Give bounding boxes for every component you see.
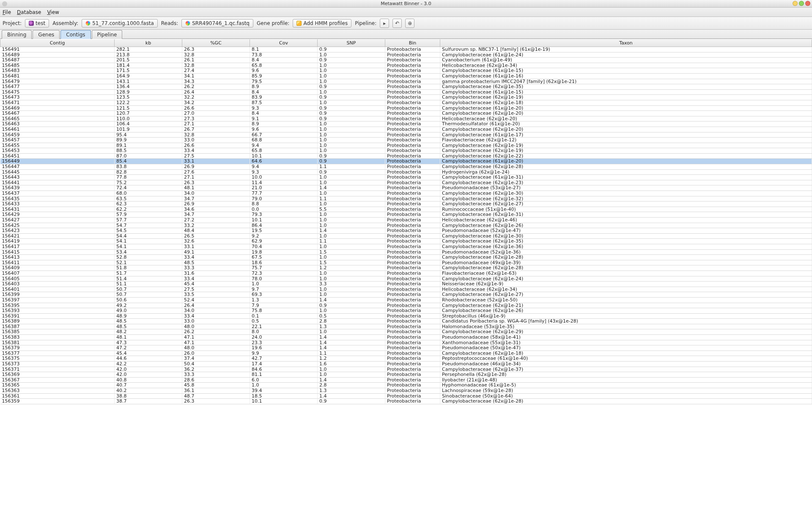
table-row[interactable]: 15636740.828.66.01.4ProteobacteriaIlyoba… — [0, 377, 812, 383]
table-row[interactable]: 15645995.432.866.71.0ProteobacteriaCampy… — [0, 132, 812, 138]
cell-c: 156359 — [0, 399, 115, 404]
table-row[interactable]: 15639750.652.41.31.4ProteobacteriaRhodob… — [0, 297, 812, 303]
table-row[interactable]: 156465110.027.39.10.9ProteobacteriaHelic… — [0, 116, 812, 121]
table-row[interactable]: 15636138.848.718.51.4ProteobacteriaSinob… — [0, 393, 812, 399]
table-row[interactable]: 15637544.637.442.71.2ProteobacteriaPepto… — [0, 356, 812, 362]
tab-binning[interactable]: Binning — [2, 30, 32, 39]
cell-kb: 62.2 — [115, 207, 182, 212]
table-row[interactable]: 15643768.034.077.71.0ProteobacteriaCampy… — [0, 191, 812, 196]
table-row[interactable]: 15644582.827.69.30.9ProteobacteriaHydrog… — [0, 169, 812, 175]
table-row[interactable]: 15642154.426.59.21.0ProteobacteriaCampyl… — [0, 233, 812, 239]
table-row[interactable]: 15640150.727.59.71.0ProteobacteriaHelico… — [0, 287, 812, 292]
table-row[interactable]: 15641754.133.170.41.0ProteobacteriaCampy… — [0, 244, 812, 249]
table-row[interactable]: 156491282.126.38.10.9ProteobacteriaSulfu… — [0, 47, 812, 52]
table-row[interactable]: 156481164.934.185.91.0ProteobacteriaCamp… — [0, 73, 812, 79]
pipeline-add-button[interactable]: ⊕ — [405, 19, 414, 28]
menu-view[interactable]: View — [47, 9, 59, 15]
table-row[interactable]: 15636340.236.139.41.3ProteobacteriaLachn… — [0, 388, 812, 394]
table-row[interactable]: 15642957.934.779.31.0ProteobacteriaCampy… — [0, 212, 812, 218]
table-row[interactable]: 156473123.532.283.90.9ProteobacteriaCamp… — [0, 95, 812, 100]
table-row[interactable]: 15640351.145.41.03.3ProteobacteriaNeisse… — [0, 282, 812, 287]
col-gc[interactable]: %GC — [182, 39, 250, 47]
pipeline-run-button[interactable]: ▸ — [380, 19, 389, 28]
table-row[interactable]: 15640751.731.672.31.0ProteobacteriaFlavo… — [0, 271, 812, 276]
table-row[interactable]: 15637142.036.284.61.0ProteobacteriaCampy… — [0, 367, 812, 372]
cell-bin: Proteobacteria — [385, 89, 440, 95]
col-snp[interactable]: SNP — [318, 39, 385, 47]
table-row[interactable]: 15635938.726.310.10.9ProteobacteriaCampy… — [0, 399, 812, 404]
table-row[interactable]: 15644783.826.99.41.1ProteobacteriaCampyl… — [0, 164, 812, 170]
table-row[interactable]: 15637745.426.09.91.1ProteobacteriaCampyl… — [0, 351, 812, 356]
tab-contigs[interactable]: Contigs — [60, 30, 91, 39]
table-row[interactable]: 15640951.833.375.71.2ProteobacteriaCampy… — [0, 265, 812, 271]
table-row[interactable]: 15645187.027.510.10.9ProteobacteriaCampy… — [0, 153, 812, 159]
table-row[interactable]: 156477136.426.28.90.9ProteobacteriaCampy… — [0, 84, 812, 90]
tab-pipeline[interactable]: Pipeline — [92, 30, 123, 39]
table-row[interactable]: 15643162.234.60.05.5ProteobacteriaRumino… — [0, 207, 812, 212]
table-row[interactable]: 15641152.148.518.61.5ProteobacteriaPseud… — [0, 260, 812, 265]
table-row[interactable]: 15645388.533.465.81.0ProteobacteriaCampy… — [0, 148, 812, 154]
app-menu-icon[interactable] — [2, 1, 8, 7]
table-row[interactable]: 156483171.527.49.61.0ProteobacteriaCampy… — [0, 68, 812, 74]
table-row[interactable]: 15638548.226.28.01.0ProteobacteriaCampyl… — [0, 329, 812, 335]
table-row[interactable]: 15644985.433.164.60.9ProteobacteriaCampy… — [0, 159, 812, 164]
table-row[interactable]: 15641352.833.467.51.0ProteobacteriaCampy… — [0, 255, 812, 260]
table-row[interactable]: 15642354.548.419.51.4ProteobacteriaPseud… — [0, 228, 812, 234]
table-row[interactable]: 15638948.533.00.52.8ProteobacteriaCandid… — [0, 319, 812, 324]
close-button[interactable] — [805, 1, 810, 6]
col-contig[interactable]: Contig — [0, 39, 115, 47]
table-row[interactable]: 15643563.534.779.01.1ProteobacteriaCampy… — [0, 196, 812, 202]
col-cov[interactable]: Cov — [250, 39, 318, 47]
contig-table-wrap[interactable]: Contig kb %GC Cov SNP Bin Taxon 15649128… — [0, 39, 812, 508]
table-row[interactable]: 156467120.727.08.40.9ProteobacteriaCampy… — [0, 111, 812, 116]
table-row[interactable]: 156461101.926.79.61.0ProteobacteriaCampy… — [0, 127, 812, 132]
table-row[interactable]: 15640551.433.478.01.0ProteobacteriaCampy… — [0, 276, 812, 282]
table-row[interactable]: 15639549.226.47.90.9ProteobacteriaCampyl… — [0, 303, 812, 308]
reads-button[interactable]: SRR490746_1.qc.fastq — [181, 19, 253, 28]
table-row[interactable]: 15639950.733.569.31.0ProteobacteriaCampy… — [0, 292, 812, 298]
menu-database[interactable]: Database — [17, 9, 41, 15]
project-button[interactable]: test — [25, 19, 49, 28]
table-row[interactable]: 15644175.226.311.41.0ProteobacteriaCampy… — [0, 180, 812, 185]
table-row[interactable]: 156487201.526.18.40.9ProteobacteriaCyano… — [0, 58, 812, 63]
table-row[interactable]: 15638147.347.123.31.4ProteobacteriaXanth… — [0, 340, 812, 345]
table-row[interactable]: 15641954.132.662.91.1ProteobacteriaCampy… — [0, 239, 812, 244]
table-row[interactable]: 15638748.548.022.11.3ProteobacteriaHalom… — [0, 324, 812, 329]
add-hmm-button[interactable]: Add HMM profiles — [293, 19, 351, 28]
table-row[interactable]: 156463106.427.18.91.0ProteobacteriaTherm… — [0, 121, 812, 127]
table-row[interactable]: 15645589.126.69.41.0ProteobacteriaCampyl… — [0, 143, 812, 148]
pipeline-back-button[interactable]: ↶ — [392, 19, 402, 28]
col-kb[interactable]: kb — [115, 39, 182, 47]
table-row[interactable]: 15639349.034.075.81.0ProteobacteriaCampy… — [0, 308, 812, 314]
table-row[interactable]: 15636540.745.81.02.8ProteobacteriaHyphom… — [0, 383, 812, 388]
cell-cov: 1.3 — [250, 297, 318, 303]
table-row[interactable]: 156469121.526.69.30.9ProteobacteriaCampy… — [0, 105, 812, 111]
table-row[interactable]: 156479143.134.379.51.0Proteobacteriagamm… — [0, 79, 812, 84]
table-row[interactable]: 156475128.926.48.41.0ProteobacteriaCampy… — [0, 89, 812, 95]
minimize-button[interactable] — [793, 1, 798, 6]
menu-file[interactable]: File — [3, 9, 11, 15]
table-row[interactable]: 15637342.250.417.41.6ProteobacteriaPseud… — [0, 362, 812, 367]
table-row[interactable]: 15638348.147.124.01.4ProteobacteriaPseud… — [0, 335, 812, 340]
table-row[interactable]: 15639148.933.40.10.5ProteobacteriaStrept… — [0, 313, 812, 319]
tab-genes[interactable]: Genes — [33, 30, 60, 39]
table-row[interactable]: 15642554.733.286.41.0ProteobacteriaCampy… — [0, 223, 812, 228]
col-bin[interactable]: Bin — [385, 39, 440, 47]
table-row[interactable]: 15643362.326.98.81.0ProteobacteriaCampyl… — [0, 202, 812, 207]
maximize-button[interactable] — [799, 1, 804, 6]
table-row[interactable]: 15642757.727.210.11.0ProteobacteriaHelic… — [0, 218, 812, 223]
table-row[interactable]: 15636942.033.381.11.0ProteobacteriaPerse… — [0, 372, 812, 378]
table-row[interactable]: 156489213.832.873.81.0ProteobacteriaCamp… — [0, 52, 812, 58]
cell-kb: 57.7 — [115, 218, 182, 223]
table-row[interactable]: 156471122.234.287.51.0ProteobacteriaCamp… — [0, 100, 812, 105]
cell-c: 156459 — [0, 132, 115, 138]
col-taxon[interactable]: Taxon — [440, 39, 812, 47]
table-row[interactable]: 15641553.449.119.81.5ProteobacteriaPseud… — [0, 249, 812, 255]
table-row[interactable]: 156485181.432.865.81.0ProteobacteriaHeli… — [0, 63, 812, 68]
cell-tax: Peptostreptococcaceae (61x@1e-40) — [440, 356, 812, 362]
assembly-button[interactable]: 51_77.contig.1000.fasta — [82, 19, 158, 28]
table-row[interactable]: 15643972.448.121.01.4ProteobacteriaPseud… — [0, 185, 812, 191]
table-row[interactable]: 15644377.827.110.01.0ProteobacteriaCampy… — [0, 175, 812, 180]
table-row[interactable]: 15637947.248.019.61.4ProteobacteriaPseud… — [0, 345, 812, 351]
table-row[interactable]: 15645789.933.068.81.0ProteobacteriaFlavo… — [0, 138, 812, 143]
